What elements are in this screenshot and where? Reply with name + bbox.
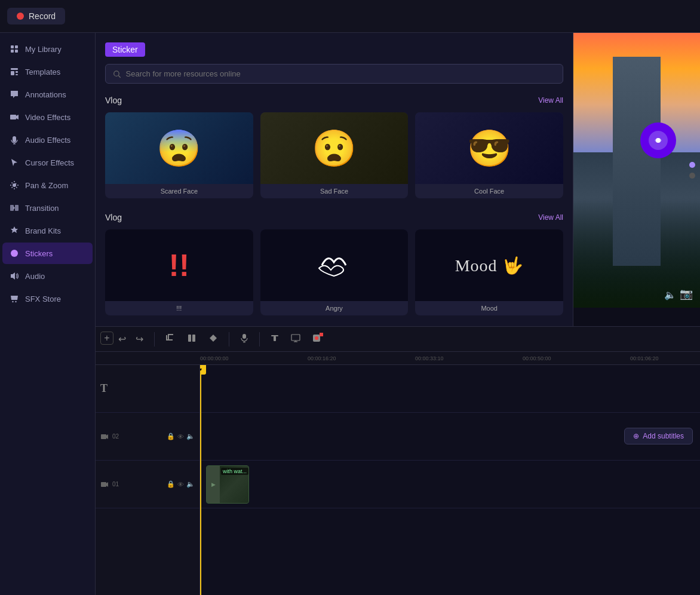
sidebar-item-audio[interactable]: Audio <box>2 265 93 287</box>
svg-rect-1 <box>15 45 18 48</box>
timeline-toolbar: + ↩ ↪ <box>96 327 700 352</box>
svg-point-16 <box>12 301 13 302</box>
app-logo-svg <box>647 130 669 151</box>
sidebar-item-transition[interactable]: Transition <box>2 197 93 219</box>
svg-point-17 <box>15 301 16 302</box>
search-input[interactable] <box>126 69 555 78</box>
sticker-label: Cool Face <box>415 184 563 198</box>
ruler-time-1: 00:00:16:20 <box>308 355 336 361</box>
sidebar-item-cursor-effects[interactable]: Cursor Effects <box>2 152 93 173</box>
sidebar-item-audio-effects[interactable]: Audio Effects <box>2 129 93 151</box>
sticker-thumb: 😨 <box>105 112 253 184</box>
track-video-icon-01 <box>100 480 109 489</box>
preview-overlay-controls <box>689 162 695 179</box>
sidebar-item-brand-kits[interactable]: Brand Kits <box>2 220 93 241</box>
mic-button[interactable] <box>237 331 252 348</box>
sticker-label: Sad Face <box>260 184 409 198</box>
track-volume-01[interactable]: 🔈 <box>186 480 195 488</box>
ruler-time-4: 00:01:06:20 <box>630 355 659 361</box>
sticker-item-sad-face[interactable]: 😧 Sad Face <box>260 112 409 198</box>
svg-rect-7 <box>16 74 18 75</box>
sidebar-item-video-effects[interactable]: Video Effects <box>2 106 93 128</box>
snapshot-icon[interactable]: 📷 <box>680 287 693 300</box>
track-volume-02[interactable]: 🔈 <box>186 433 195 440</box>
vlog-section-header-2: Vlog View All <box>105 213 563 222</box>
svg-rect-26 <box>188 335 191 342</box>
title-button[interactable] <box>267 332 283 347</box>
record-button[interactable]: Record <box>7 8 65 24</box>
timeline: + ↩ ↪ 00:00:00: <box>96 326 700 595</box>
track-controls-02: 🔒 👁 🔈 <box>167 433 195 440</box>
track-number-01: 01 <box>112 481 119 487</box>
record-timeline-button[interactable] <box>309 332 324 347</box>
track-row-text <box>200 365 700 413</box>
svg-point-36 <box>315 336 318 340</box>
svg-rect-31 <box>274 336 276 341</box>
marker-button[interactable] <box>205 331 222 348</box>
playhead: ▼ <box>200 365 201 595</box>
svg-point-15 <box>15 252 16 253</box>
split-button[interactable] <box>183 331 200 348</box>
angry-svg <box>310 247 358 283</box>
screen-button[interactable] <box>287 332 304 347</box>
transition-icon <box>10 203 19 213</box>
sticker-item-angry[interactable]: Angry <box>260 229 409 315</box>
track-lock-02[interactable]: 🔒 <box>167 433 175 440</box>
track-lock-01[interactable]: 🔒 <box>167 480 175 488</box>
search-bar[interactable] <box>105 64 563 84</box>
sticker-item-scared-face[interactable]: 😨 Scared Face <box>105 112 253 198</box>
svg-rect-11 <box>10 205 14 211</box>
playhead-handle: ▼ <box>200 365 206 375</box>
svg-rect-5 <box>11 71 14 75</box>
sidebar-item-annotations[interactable]: Annotations <box>2 84 93 105</box>
video-clip-with-water[interactable]: ▶ with wat... <box>206 465 249 504</box>
svg-rect-27 <box>192 335 195 342</box>
redo-button[interactable]: ↪ <box>132 331 147 347</box>
crop-button[interactable] <box>162 331 179 348</box>
crop-icon <box>165 333 175 343</box>
sidebar-item-label: Brand Kits <box>25 226 61 235</box>
record-dot <box>320 333 323 336</box>
preview-dot-active <box>689 162 695 168</box>
track-eye-01[interactable]: 👁 <box>177 480 184 488</box>
add-subtitles-icon: ⊕ <box>633 432 639 440</box>
sticker-label: Angry <box>260 301 409 315</box>
preview-dot <box>689 173 695 179</box>
track-label-02: 02 🔒 👁 🔈 <box>96 413 199 461</box>
add-subtitles-button[interactable]: ⊕ Add subtitles <box>624 428 693 444</box>
sidebar-item-pan-zoom[interactable]: Pan & Zoom <box>2 174 93 196</box>
record-label: Record <box>29 11 56 21</box>
ruler-time-2: 00:00:33:10 <box>415 355 444 361</box>
timeline-ruler: 00:00:00:00 00:00:16:20 00:00:33:10 00:0… <box>96 352 700 365</box>
audio-effects-icon <box>10 135 19 145</box>
sidebar-item-stickers[interactable]: Stickers <box>2 243 93 264</box>
app-icon <box>640 122 676 158</box>
vlog-view-all-button[interactable]: View All <box>538 96 563 105</box>
ruler-time-3: 00:00:50:00 <box>523 355 551 361</box>
vlog-face-grid: 😨 Scared Face 😧 Sad Face 😎 Cool Face <box>105 112 563 198</box>
track-number-02: 02 <box>112 433 119 440</box>
sticker-item-cool-face[interactable]: 😎 Cool Face <box>415 112 563 198</box>
divider-3 <box>259 332 260 346</box>
add-subtitles-label: Add subtitles <box>643 432 684 440</box>
sidebar-item-sfx-store[interactable]: SFX Store <box>2 288 93 309</box>
sidebar: My Library Templates Annotations Video E… <box>0 33 96 595</box>
vlog-grid-2: !! !!! Angry Mood 🤟 M <box>105 229 563 315</box>
sticker-item-mood[interactable]: Mood 🤟 Mood <box>415 229 563 315</box>
ruler-inner: 00:00:00:00 00:00:16:20 00:00:33:10 00:0… <box>200 352 700 364</box>
mic-icon <box>240 333 248 343</box>
svg-rect-3 <box>15 50 18 53</box>
undo-button[interactable]: ↩ <box>115 331 130 347</box>
sticker-item-exclaim[interactable]: !! !!! <box>105 229 253 315</box>
track-eye-02[interactable]: 👁 <box>177 433 184 440</box>
video-effects-icon <box>10 112 19 122</box>
add-track-button[interactable]: + <box>100 332 113 345</box>
track-controls-01: 🔒 👁 🔈 <box>167 480 195 488</box>
volume-icon[interactable]: 🔈 <box>664 289 676 300</box>
sidebar-item-my-library[interactable]: My Library <box>2 38 93 60</box>
svg-point-18 <box>114 70 119 75</box>
vlog-view-all-button-2[interactable]: View All <box>538 213 563 222</box>
sticker-label: Mood <box>415 301 563 315</box>
sidebar-item-templates[interactable]: Templates <box>2 61 93 82</box>
search-icon <box>113 70 121 78</box>
